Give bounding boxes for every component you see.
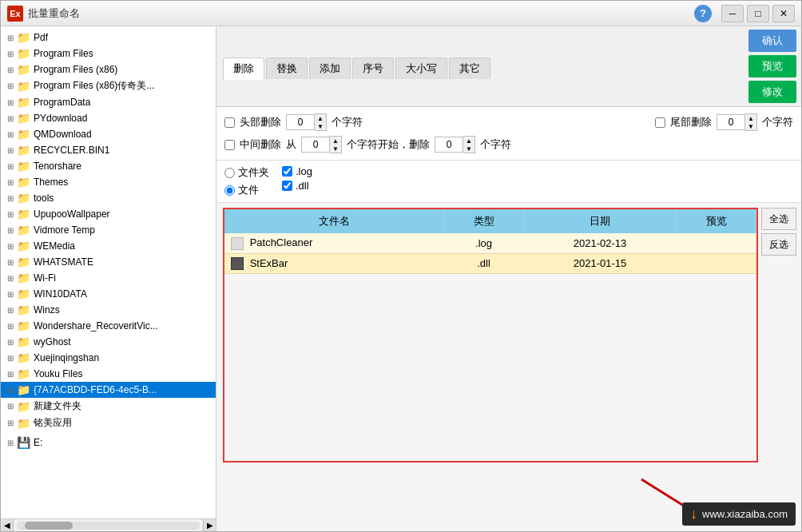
ext-log-label[interactable]: .log [282, 165, 312, 177]
tab-other[interactable]: 其它 [449, 58, 490, 79]
tree-item[interactable]: ⊞ 📁 Vidmore Temp [1, 222, 216, 238]
tree-item-drive-e[interactable]: ⊞ 💾 E: [1, 435, 216, 451]
tree-item[interactable]: ⊞ 📁 PYdownload [1, 110, 216, 126]
expand-icon[interactable]: ⊞ [4, 417, 17, 430]
radio-file[interactable] [224, 185, 235, 196]
tree-item[interactable]: ⊞ 📁 WIN10DATA [1, 286, 216, 302]
tree-label: Xuejinqingshan [34, 352, 99, 363]
head-delete-input[interactable] [286, 114, 315, 130]
expand-icon[interactable]: ⊞ [4, 288, 17, 300]
expand-icon[interactable]: ⊞ [4, 367, 17, 380]
radio-folder-label[interactable]: 文件夹 [224, 165, 269, 180]
tree-item[interactable]: ⊞ 📁 WHATSMATE [1, 254, 216, 270]
deselect-button[interactable]: 反选 [761, 233, 796, 256]
tree-item[interactable]: ⊞ 📁 RECYCLER.BIN1 [1, 142, 216, 158]
expand-icon[interactable]: ⊞ [4, 80, 17, 93]
mid-delete-checkbox[interactable] [224, 140, 235, 150]
select-all-button[interactable]: 全选 [761, 208, 796, 230]
expand-icon[interactable]: ⊞ [4, 256, 17, 268]
del-count-spin-up[interactable]: ▲ [463, 137, 474, 145]
tree-item[interactable]: ⊞ 📁 Youku Files [1, 366, 216, 382]
tree-item[interactable]: ⊞ 📁 tools [1, 190, 216, 206]
tree-item[interactable]: ⊞ 📁 WEMedia [1, 238, 216, 254]
ext-dll-checkbox[interactable] [282, 181, 292, 191]
tab-sequence[interactable]: 序号 [352, 58, 394, 79]
expand-icon[interactable]: ⊞ [4, 144, 17, 157]
tab-replace[interactable]: 替换 [266, 58, 308, 79]
ext-log-checkbox[interactable] [282, 166, 292, 177]
tree-item[interactable]: ⊞ 📁 Xuejinqingshan [1, 350, 216, 366]
expand-icon[interactable]: ⊞ [4, 240, 17, 252]
from-spin-down[interactable]: ▼ [330, 145, 341, 153]
tail-delete-input[interactable] [717, 114, 745, 130]
tab-case[interactable]: 大小写 [395, 58, 447, 79]
expand-icon[interactable]: ⊞ [4, 383, 17, 396]
expand-icon[interactable]: ⊞ [4, 96, 17, 109]
expand-icon[interactable]: ⊞ [4, 320, 17, 332]
expand-icon[interactable]: ⊞ [4, 351, 17, 364]
scroll-thumb[interactable] [25, 522, 73, 530]
tail-delete-spin-up[interactable]: ▲ [745, 114, 756, 122]
expand-icon[interactable]: ⊞ [4, 272, 17, 284]
modify-button[interactable]: 修改 [748, 81, 796, 103]
confirm-button[interactable]: 确认 [748, 30, 796, 52]
expand-icon[interactable]: ⊞ [4, 400, 17, 413]
tree-item[interactable]: ⊞ 📁 ProgramData [1, 94, 216, 110]
tree-item-selected[interactable]: ⊞ 📁 {7A7ACBDD-FED6-4ec5-B... [1, 382, 216, 398]
from-spin-up[interactable]: ▲ [330, 137, 341, 145]
head-delete-checkbox[interactable] [224, 117, 235, 128]
tree-item[interactable]: ⊞ 📁 QMDownload [1, 126, 216, 142]
tree-item[interactable]: ⊞ 📁 Wondershare_RecoveritVic... [1, 318, 216, 334]
tree-item[interactable]: ⊞ 📁 Winzs [1, 302, 216, 318]
tree-item[interactable]: ⊞ 📁 Program Files (x86) [1, 62, 216, 77]
tree-item[interactable]: ⊞ 📁 Program Files (x86)传奇美... [1, 77, 216, 94]
scroll-left-btn[interactable]: ◀ [1, 519, 14, 531]
expand-icon[interactable]: ⊞ [4, 192, 17, 204]
tree-item[interactable]: ⊞ 📁 Pdf [1, 30, 216, 46]
del-count-spin-down[interactable]: ▼ [463, 145, 474, 153]
scroll-track[interactable] [17, 522, 200, 530]
radio-folder[interactable] [224, 168, 235, 178]
table-row[interactable]: PatchCleaner .log 2021-02-13 [224, 233, 756, 253]
expand-icon[interactable]: ⊞ [4, 63, 17, 76]
preview-button[interactable]: 预览 [748, 55, 796, 77]
tree-item-themes[interactable]: ⊞ 📁 Themes [1, 174, 216, 190]
expand-icon[interactable]: ⊞ [4, 208, 17, 220]
expand-icon[interactable]: ⊞ [4, 224, 17, 236]
del-count-input[interactable] [435, 137, 463, 153]
tree-area[interactable]: ⊞ 📁 Pdf ⊞ 📁 Program Files ⊞ 📁 Program Fi… [1, 26, 216, 518]
tab-add[interactable]: 添加 [309, 58, 351, 79]
tree-item[interactable]: ⊞ 📁 UpupooWallpaper [1, 206, 216, 222]
expand-icon[interactable]: ⊞ [4, 436, 17, 449]
expand-icon[interactable]: ⊞ [4, 335, 17, 348]
tree-item[interactable]: ⊞ 📁 新建文件夹 [1, 398, 216, 415]
tail-delete-checkbox[interactable] [655, 117, 665, 128]
tree-item[interactable]: ⊞ 📁 铭美应用 [1, 415, 216, 431]
expand-icon[interactable]: ⊞ [4, 47, 17, 60]
minimize-button[interactable]: ─ [721, 5, 744, 22]
radio-file-label[interactable]: 文件 [224, 183, 269, 197]
expand-icon[interactable]: ⊞ [4, 112, 17, 125]
head-delete-spin-up[interactable]: ▲ [315, 114, 326, 122]
help-button[interactable]: ? [694, 5, 712, 22]
expand-icon[interactable]: ⊞ [4, 31, 17, 44]
close-button[interactable]: ✕ [772, 5, 795, 22]
tree-item[interactable]: ⊞ 📁 wyGhost [1, 334, 216, 350]
scroll-right-btn[interactable]: ▶ [203, 519, 216, 531]
tail-delete-spin-down[interactable]: ▼ [745, 122, 756, 130]
tree-label: tools [34, 193, 54, 204]
maximize-button[interactable]: □ [747, 5, 769, 22]
ext-dll-label[interactable]: .dll [282, 180, 312, 192]
tree-item[interactable]: ⊞ 📁 Tenorshare [1, 158, 216, 174]
expand-icon[interactable]: ⊞ [4, 176, 17, 189]
expand-icon[interactable]: ⊞ [4, 128, 17, 141]
expand-icon[interactable]: ⊞ [4, 304, 17, 316]
tree-item[interactable]: ⊞ 📁 Program Files [1, 46, 216, 62]
from-input[interactable] [301, 137, 330, 153]
horizontal-scrollbar[interactable]: ◀ ▶ [1, 518, 216, 531]
head-delete-spin-down[interactable]: ▼ [315, 122, 326, 130]
table-row[interactable]: StExBar .dll 2021-01-15 [224, 253, 756, 274]
expand-icon[interactable]: ⊞ [4, 160, 17, 173]
tab-delete[interactable]: 删除 [223, 58, 264, 80]
tree-item[interactable]: ⊞ 📁 Wi-Fi [1, 270, 216, 286]
